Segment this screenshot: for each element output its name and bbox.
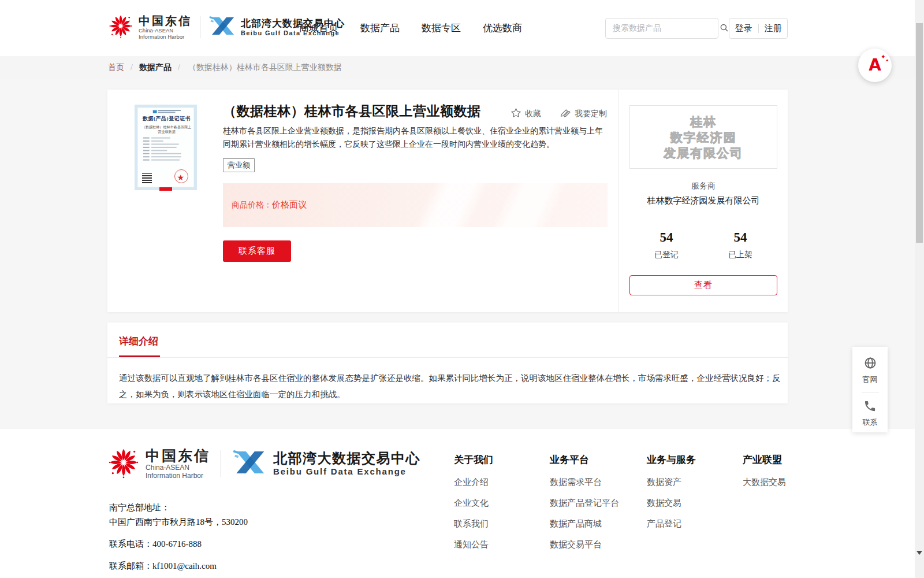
provider-logo-line: 桂林 <box>690 114 717 129</box>
footer-link[interactable]: 数据产品商城 <box>550 518 619 529</box>
official-site-button[interactable]: 官网 <box>863 356 878 385</box>
phone-number: 400-6716-888 <box>152 539 202 549</box>
search-icon <box>719 23 729 35</box>
caih-name-en1: China-ASEAN <box>146 464 210 472</box>
globe-icon <box>863 356 877 372</box>
qr-code <box>142 173 152 183</box>
footer-link[interactable]: 企业文化 <box>454 498 493 508</box>
footer-column-title: 产业联盟 <box>743 453 786 466</box>
sparkle-icon: ✦ <box>885 58 889 63</box>
search-button[interactable] <box>719 18 729 38</box>
provider-role-label: 服务商 <box>629 181 777 191</box>
certificate-subtitle-line2: 营业额数据 <box>139 129 194 134</box>
footer-link[interactable]: 大数据交易 <box>743 477 786 487</box>
tab-active-underline <box>119 355 160 357</box>
stat-value: 54 <box>629 230 703 245</box>
breadcrumb: 首页 / 数据产品 / （数据桂林）桂林市各县区限上营业额数据 <box>0 56 915 79</box>
register-link[interactable]: 注册 <box>765 23 782 34</box>
certificate-image: 数据(产品)登记证书 （数据桂林）桂林市各县区限上 营业额数据 <box>135 105 197 190</box>
breadcrumb-home[interactable]: 首页 <box>108 62 124 73</box>
certificate-issuer-logo <box>139 110 194 114</box>
breadcrumb-section[interactable]: 数据产品 <box>139 62 172 73</box>
footer-link[interactable]: 通知公告 <box>454 539 493 550</box>
search-box <box>605 18 718 39</box>
auth-divider <box>758 24 759 33</box>
contact-service-button[interactable]: 联系客服 <box>223 240 291 262</box>
breadcrumb-bar: 首页 / 数据产品 / （数据桂林）桂林市各县区限上营业额数据 <box>0 56 915 79</box>
contact-phone-button[interactable]: 联系 <box>863 399 878 428</box>
logo-divider <box>221 450 221 477</box>
footer: 中国东信 China-ASEAN Information Harbor 北部湾大… <box>0 429 924 578</box>
customize-icon <box>560 107 571 121</box>
exchange-x-icon <box>208 15 236 39</box>
stat-registered: 54 已登记 <box>629 230 703 260</box>
price-line: 商品价格：价格面议 <box>232 199 307 210</box>
product-description: 桂林市各县区限上企业营业额数据，是指报告期内各县区限额以上餐饮业、住宿业企业的累… <box>223 125 604 151</box>
provider-name: 桂林数字经济园发展有限公司 <box>623 195 784 206</box>
footer-column-title: 业务平台 <box>550 453 619 466</box>
image-carousel-indicator[interactable] <box>159 187 172 191</box>
price-label: 商品价格： <box>232 201 272 209</box>
nav-data-zones[interactable]: 数据专区 <box>422 21 461 35</box>
footer-link[interactable]: 数据交易平台 <box>550 539 619 550</box>
product-tag: 营业额 <box>223 158 255 172</box>
ai-assistant-button[interactable]: A ✦ ✦ <box>858 49 892 82</box>
contact-phone-label: 联系 <box>863 417 878 428</box>
footer-link[interactable]: 企业介绍 <box>454 477 493 487</box>
caih-name-en2: Information Harbor <box>139 34 192 40</box>
main-nav: 商城首页 数据产品 数据专区 优选数商 <box>299 0 522 56</box>
product-card: 数据(产品)登记证书 （数据桂林）桂林市各县区限上 营业额数据 <box>107 90 788 312</box>
caih-name-cn: 中国东信 <box>139 14 192 27</box>
login-link[interactable]: 登录 <box>735 23 752 34</box>
favorite-button[interactable]: 收藏 <box>511 108 541 121</box>
stat-value: 54 <box>703 230 777 245</box>
certificate-thumbnail[interactable]: 数据(产品)登记证书 （数据桂林）桂林市各县区限上 营业额数据 <box>135 105 197 190</box>
product-title: （数据桂林）桂林市各县区限上营业额数据 <box>223 102 481 120</box>
exchange-x-icon <box>232 449 267 479</box>
scrollbar-thumb[interactable] <box>916 23 923 243</box>
email-label: 联系邮箱： <box>109 561 152 570</box>
breadcrumb-current: （数据桂林）桂林市各县区限上营业额数据 <box>188 62 342 73</box>
customize-button[interactable]: 我要定制 <box>560 107 607 121</box>
footer-column-about: 关于我们 企业介绍 企业文化 联系我们 通知公告 <box>454 453 493 560</box>
footer-link[interactable]: 产品登记 <box>647 518 696 529</box>
phone-label: 联系电话： <box>109 539 152 549</box>
stat-label: 已上架 <box>703 250 777 260</box>
toolbar-divider <box>862 392 879 392</box>
footer-column-services: 业务与服务 数据资产 数据交易 产品登记 <box>647 453 696 539</box>
footer-column-title: 关于我们 <box>454 453 493 466</box>
certificate-title: 数据(产品)登记证书 <box>139 116 194 123</box>
scroll-down-arrow-icon[interactable] <box>916 551 922 555</box>
footer-link[interactable]: 数据交易 <box>647 498 696 508</box>
view-provider-button[interactable]: 查看 <box>629 275 777 295</box>
nav-mall-home[interactable]: 商城首页 <box>299 21 338 35</box>
detail-card: 详细介绍 通过该数据可以直观地了解到桂林市各县区住宿业的整体发展态势是扩张还是收… <box>107 323 788 403</box>
provider-stats: 54 已登记 54 已上架 <box>629 230 777 260</box>
auth-box: 登录 注册 <box>729 18 788 39</box>
tab-detail-intro[interactable]: 详细介绍 <box>119 335 158 348</box>
footer-link[interactable]: 数据产品登记平台 <box>550 498 619 508</box>
footer-link[interactable]: 数据资产 <box>647 477 696 487</box>
title-actions: 收藏 我要定制 <box>511 107 607 121</box>
certificate-logo-icon <box>152 110 157 113</box>
footer-link[interactable]: 数据需求平台 <box>550 477 619 487</box>
nav-preferred-vendors[interactable]: 优选数商 <box>483 21 522 35</box>
nav-data-products[interactable]: 数据产品 <box>360 21 400 35</box>
exchange-name-en: Beibu Gulf Data Exchange <box>273 466 420 477</box>
stat-label: 已登记 <box>629 250 703 260</box>
ai-letter: A <box>869 57 881 73</box>
phone-icon <box>863 399 877 415</box>
email-line: 联系邮箱：kf1001@caih.com <box>109 560 248 572</box>
detail-content: 通过该数据可以直观地了解到桂林市各县区住宿业的整体发展态势是扩张还是收缩。如果累… <box>119 370 781 403</box>
customize-label: 我要定制 <box>575 109 607 119</box>
footer-link[interactable]: 联系我们 <box>454 518 493 529</box>
caih-name-en1: China-ASEAN <box>139 27 192 34</box>
scrollbar[interactable] <box>915 0 924 578</box>
search-input[interactable] <box>606 24 719 33</box>
seal-star-icon: ★ <box>177 173 184 181</box>
logo-divider <box>200 16 200 38</box>
official-site-label: 官网 <box>863 375 878 385</box>
certificate-issuer-text <box>158 110 180 114</box>
provider-logo-line: 发展有限公司 <box>664 145 743 161</box>
price-value: 价格面议 <box>272 200 307 209</box>
